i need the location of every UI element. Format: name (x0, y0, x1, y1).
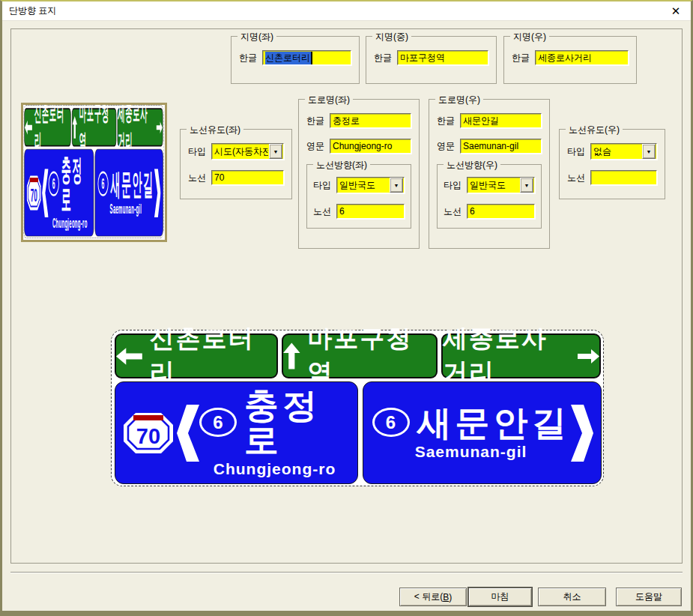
english-label: 영문 (306, 140, 324, 153)
group-route-direction-right: 노선방향(우) 타입 일반국도 ▼ 노선 6 (437, 164, 542, 229)
direction-right-type-select[interactable]: 일반국도 ▼ (467, 177, 535, 193)
route-number-oval: 6 (372, 408, 410, 437)
arrow-up-icon (73, 115, 77, 139)
sign-preview: 신촌로터리 마포구청역 세종로사거리 70 6 충정로 C (111, 330, 604, 486)
arrow-left-icon (25, 120, 32, 135)
svg-text:70: 70 (136, 424, 160, 448)
svg-text:70: 70 (31, 184, 37, 205)
window-title: 단방향 표지 (9, 4, 56, 17)
group-road-right: 도로명(우) 한글 새문안길 영문 Saemunan-gil 노선방향(우) 타… (429, 99, 550, 249)
titlebar: 단방향 표지 ✕ (2, 1, 691, 21)
selected-text: 신촌로터리 (265, 52, 312, 64)
sign-panel-road-left: 70 6 충정로 Chungjeong-ro (24, 149, 94, 237)
group-title: 지명(우) (510, 31, 549, 43)
type-label: 타입 (444, 179, 462, 192)
route-guide-left-route-input[interactable]: 70 (211, 170, 284, 185)
type-label: 타입 (567, 145, 585, 158)
sign-panel-top-center: 마포구청역 (282, 333, 438, 378)
group-title: 도로명(좌) (305, 94, 353, 106)
route-label: 노선 (567, 172, 585, 184)
cancel-button[interactable]: 취소 (538, 588, 606, 606)
direction-right-route-input[interactable]: 6 (467, 204, 535, 219)
close-icon[interactable]: ✕ (668, 5, 684, 16)
type-label: 타입 (188, 145, 206, 158)
group-title: 도로명(우) (435, 94, 483, 106)
sign-panel-top-right: 세종로사거리 (118, 108, 163, 146)
route-label: 노선 (313, 205, 331, 218)
direction-left-route-input[interactable]: 6 (336, 204, 405, 219)
chevron-left-icon (177, 405, 199, 462)
group-place-center: 지명(중) 한글 마포구청역 (366, 36, 497, 84)
finish-button[interactable]: 마침 (468, 588, 532, 606)
english-label: 영문 (437, 140, 455, 153)
sign-thumbnail-preview: 신촌로터리 마포구청역 세종로사거리 70 (21, 103, 167, 242)
road-left-hangul-input[interactable]: 충정로 (330, 113, 411, 128)
footer-separator (10, 572, 683, 573)
place-right-hangul-input[interactable]: 세종로사거리 (535, 50, 629, 65)
group-place-left: 지명(좌) 한글 신촌로터리 (231, 36, 360, 84)
chevron-down-icon[interactable]: ▼ (269, 144, 282, 159)
chevron-right-icon (571, 405, 593, 462)
route-guide-left-type-select[interactable]: 시도(자동차전 ▼ (211, 143, 284, 160)
sign-thumbnail: 신촌로터리 마포구청역 세종로사거리 70 (23, 105, 164, 238)
route-shield-70-icon: 70 (123, 412, 174, 454)
route-number-oval: 6 (97, 172, 108, 196)
sign-panel-road-right: 6 새문안길 Saemunan-gil (95, 149, 163, 237)
route-guide-right-route-input[interactable] (590, 170, 657, 185)
group-place-right: 지명(우) 한글 세종로사거리 (503, 36, 637, 84)
arrow-up-icon (283, 342, 300, 369)
help-button[interactable]: 도움말 (616, 588, 682, 606)
road-left-english-input[interactable]: Chungjeong-ro (330, 139, 411, 154)
hangul-label: 한글 (437, 115, 455, 127)
arrow-right-icon (578, 348, 599, 365)
chevron-left-icon (42, 169, 49, 217)
place-center-hangul-input[interactable]: 마포구청역 (397, 50, 488, 65)
direction-left-type-select[interactable]: 일반국도 ▼ (336, 177, 405, 193)
chevron-down-icon[interactable]: ▼ (520, 178, 533, 193)
group-title: 지명(중) (372, 31, 411, 43)
hangul-label: 한글 (512, 52, 530, 64)
group-title: 노선유도(좌) (187, 124, 243, 136)
type-label: 타입 (313, 179, 331, 192)
sign-panel-top-left: 신촌로터리 (24, 108, 70, 146)
route-label: 노선 (188, 172, 206, 184)
back-button[interactable]: < 뒤로(B) (399, 588, 467, 606)
chevron-right-icon (154, 169, 161, 217)
group-title: 노선방향(좌) (313, 159, 370, 172)
group-route-guide-left: 노선유도(좌) 타입 시도(자동차전 ▼ 노선 70 (180, 129, 292, 199)
sign-panel-road-right: 6 새문안길 Saemunan-gil (363, 381, 602, 484)
place-left-hangul-input[interactable]: 신촌로터리 (262, 50, 351, 65)
hangul-label: 한글 (239, 52, 257, 64)
arrow-left-icon (116, 348, 142, 365)
chevron-down-icon[interactable]: ▼ (642, 144, 656, 159)
arrow-right-icon (157, 120, 163, 135)
group-route-direction-left: 노선방향(좌) 타입 일반국도 ▼ 노선 6 (306, 164, 411, 229)
hangul-label: 한글 (374, 52, 392, 64)
sign-panel-road-left: 70 6 충정로 Chungjeong-ro (115, 381, 358, 484)
sign-panel-top-right: 세종로사거리 (441, 333, 601, 378)
group-route-guide-right: 노선유도(우) 타입 없슴 ▼ 노선 (559, 129, 665, 199)
group-title: 노선유도(우) (566, 124, 623, 136)
route-shield-70-icon: 70 (27, 175, 41, 211)
hangul-label: 한글 (306, 115, 324, 127)
group-road-left: 도로명(좌) 한글 충정로 영문 Chungjeong-ro 노선방향(좌) 타… (298, 99, 420, 249)
route-number-oval: 6 (49, 172, 59, 196)
sign-panel-top-left: 신촌로터리 (115, 333, 278, 378)
road-right-hangul-input[interactable]: 새문안길 (460, 113, 542, 128)
route-label: 노선 (444, 205, 462, 218)
road-right-english-input[interactable]: Saemunan-gil (460, 139, 542, 154)
group-title: 지명(좌) (237, 31, 276, 43)
chevron-down-icon[interactable]: ▼ (390, 178, 403, 193)
sign-panel-top-center: 마포구청역 (72, 108, 116, 146)
route-number-oval: 6 (199, 408, 237, 437)
group-title: 노선방향(우) (444, 159, 500, 172)
route-guide-right-type-select[interactable]: 없슴 ▼ (590, 143, 657, 160)
